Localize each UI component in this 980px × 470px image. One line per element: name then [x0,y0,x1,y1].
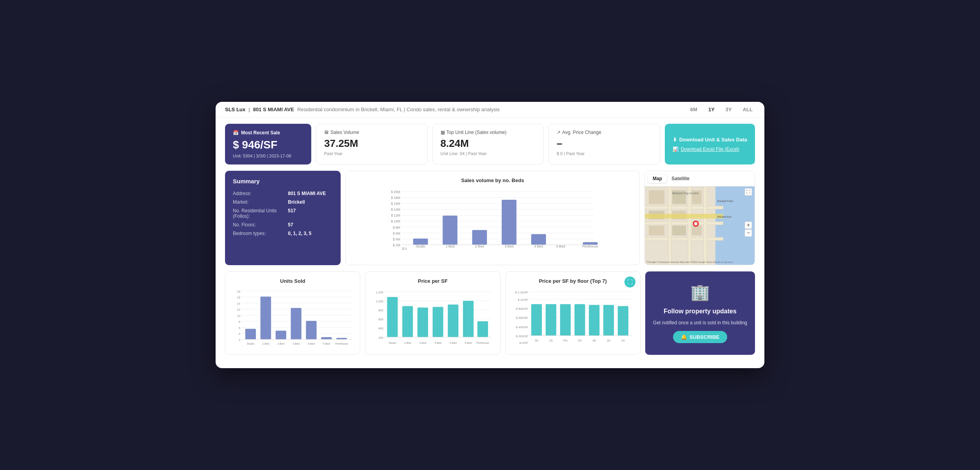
period-3y[interactable]: 3Y [723,106,734,113]
svg-text:600: 600 [378,318,383,321]
svg-text:8: 8 [239,320,240,324]
units-sold-chart-card: Units Sold 18 16 14 12 10 8 6 4 2 [225,271,360,355]
recent-sale-sub: Unit: 5304 | 3/3/0 | 2023-17-08 [233,154,303,158]
map-area[interactable]: Brickell City Centre Brickell Point Bric… [645,186,755,265]
svg-rect-88 [291,308,301,339]
svg-text:⛶: ⛶ [746,190,750,194]
excel-icon: 📊 [673,146,679,152]
svg-text:Brickell Point: Brickell Point [717,200,733,202]
svg-text:3-Bed: 3-Bed [434,342,441,344]
svg-text:©Google V  Keyboard shortcuts : ©Google V Keyboard shortcuts Map data ©2… [647,261,733,263]
bell-icon: 🔔 [681,334,687,340]
svg-text:4-Bed: 4-Bed [308,342,315,345]
svg-text:53: 53 [578,339,581,342]
top-unit-card: ▦ Top Unit Line (Sales volume) 8.24M Uni… [432,124,544,164]
svg-text:2-Bed: 2-Bed [419,342,426,344]
summary-title: Summary [233,178,333,184]
property-address: 801 S MIAMI AVE [253,107,294,112]
table-row: Bedroom types: 0, 1, 2, 3, 5 [233,229,333,238]
period-1y[interactable]: 1Y [706,106,717,113]
top-unit-value: 8.24M [441,137,536,150]
summary-address-value: 801 S MIAMI AVE [288,189,333,198]
svg-text:$ 8M: $ 8M [393,226,401,230]
expand-button[interactable]: ⛶ [624,277,635,287]
svg-rect-109 [387,297,398,337]
svg-point-53 [694,222,697,225]
download-excel-button[interactable]: 📊 Download Excel File (Excel) [673,146,747,152]
grid-icon: ▦ [441,130,445,135]
bottom-row: Units Sold 18 16 14 12 10 8 6 4 2 [225,271,755,355]
map-tab-satellite[interactable]: Satellite [667,174,694,183]
svg-rect-24 [472,230,487,245]
avg-price-value: – [557,137,652,150]
table-row: No. Floors: 57 [233,221,333,229]
svg-text:$ 2M: $ 2M [393,243,401,247]
svg-text:Studio: Studio [389,342,396,344]
summary-card: Summary Address: 801 S MIAMI AVE Market:… [225,171,341,265]
svg-rect-37 [645,206,723,209]
map-tabs: Map Satellite [645,171,755,186]
svg-text:1-Bed: 1-Bed [262,342,269,345]
download-unit-sales-button[interactable]: ⬇ Download Unit & Sales Data [673,137,747,143]
sales-volume-chart-title: Sales volume by no. Beds [352,177,633,183]
svg-rect-113 [417,307,428,337]
svg-rect-86 [276,331,286,339]
brand-name: SLS Lux [225,107,245,112]
svg-text:$ 10M: $ 10M [391,219,401,223]
svg-text:200: 200 [378,336,383,340]
top-unit-sub: Unit Line: 04 | Past Year [441,151,536,156]
svg-text:2: 2 [239,338,240,342]
svg-rect-139 [546,304,556,336]
property-description: Residential condominium in Brickell, Mia… [297,107,500,112]
svg-text:1-Bed: 1-Bed [404,342,411,344]
svg-text:1,200: 1,200 [376,291,383,294]
svg-text:$ 18M: $ 18M [391,196,401,200]
summary-bedrooms-value: 0, 1, 2, 3, 5 [288,229,333,238]
svg-rect-141 [560,304,570,336]
top-unit-label: ▦ Top Unit Line (Sales volume) [441,130,536,135]
svg-rect-92 [321,337,332,340]
recent-sale-card: 📅 Most Recent Sale $ 946/SF Unit: 5304 |… [225,124,311,164]
main-content: 📅 Most Recent Sale $ 946/SF Unit: 5304 |… [216,118,764,361]
summary-units-label: No. Residential Units (Follos): [233,206,288,221]
svg-text:$ 16M: $ 16M [391,202,401,206]
svg-text:1,000: 1,000 [376,300,383,303]
svg-text:5-Bed: 5-Bed [465,342,472,344]
svg-text:2-Bed: 2-Bed [475,244,484,248]
svg-rect-111 [403,306,413,337]
map-tab-map[interactable]: Map [648,174,667,183]
svg-text:10: 10 [237,314,240,318]
svg-text:Penthouse: Penthouse [583,244,599,248]
svg-rect-117 [448,305,459,337]
svg-text:800: 800 [378,309,383,312]
period-6m[interactable]: 6M [688,106,700,113]
svg-rect-143 [574,304,585,336]
svg-text:−: − [747,230,750,236]
svg-rect-84 [260,296,271,339]
sales-volume-chart-svg: $ 20M $ 18M $ 16M $ 14M $ 12M $ 10M $ 8M… [352,188,633,251]
svg-text:$ 12M: $ 12M [391,213,401,217]
svg-text:Brickell City Centre: Brickell City Centre [672,192,699,195]
avg-price-sub: $ 0 | Past Year [557,151,652,156]
svg-text:Penthouse: Penthouse [335,342,348,345]
building-icon: 🏛 [324,130,329,135]
svg-text:Penthouse: Penthouse [476,342,489,344]
follow-card: 🏢 Follow property updates Get notified o… [645,271,755,355]
svg-text:$ 0: $ 0 [402,247,407,251]
svg-text:+: + [747,222,750,228]
subscribe-button[interactable]: 🔔 SUBSCRIBE [673,331,728,343]
svg-text:4-Bed: 4-Bed [534,244,543,248]
sales-volume-value: 37.25M [324,137,419,150]
table-row: Address: 801 S MIAMI AVE [233,189,333,198]
svg-text:3-Bed: 3-Bed [505,244,514,248]
svg-text:$ 400/SF: $ 400/SF [516,325,528,329]
sales-volume-chart-card: Sales volume by no. Beds $ 20M $ 18M $ 1… [345,171,640,265]
calendar-icon: 📅 [233,130,239,136]
svg-text:$ 0/SF: $ 0/SF [519,341,528,345]
follow-description: Get notified once a unit is sold in this… [653,320,747,326]
separator: | [249,107,250,112]
svg-rect-82 [245,329,256,340]
svg-text:25: 25 [549,339,553,342]
svg-text:Studio: Studio [247,342,254,345]
period-all[interactable]: ALL [740,106,755,113]
